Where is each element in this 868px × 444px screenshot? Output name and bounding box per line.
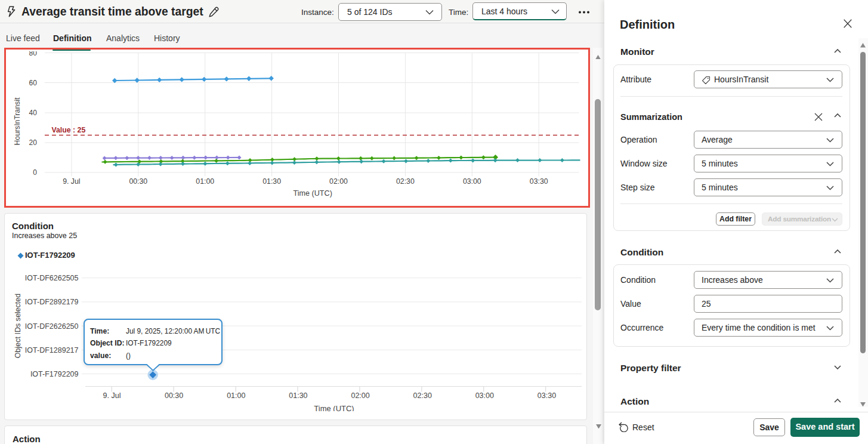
- svg-text:20: 20: [29, 138, 38, 147]
- svg-text:IOT-DF1289217: IOT-DF1289217: [25, 346, 79, 354]
- svg-text:Object IDs selected: Object IDs selected: [14, 293, 22, 357]
- svg-text:Value : 25: Value : 25: [52, 126, 86, 134]
- svg-text:9. Jul: 9. Jul: [63, 177, 80, 186]
- svg-text:02:30: 02:30: [396, 177, 415, 186]
- svg-text:Time (UTC): Time (UTC): [294, 189, 332, 198]
- svg-text:60: 60: [29, 79, 38, 87]
- svg-text:40: 40: [29, 109, 38, 117]
- svg-text:IOT-F1792209: IOT-F1792209: [30, 370, 79, 378]
- svg-text:03:30: 03:30: [530, 177, 548, 186]
- svg-text:03:00: 03:00: [463, 177, 481, 186]
- svg-text:01:00: 01:00: [196, 177, 214, 186]
- svg-text:01:30: 01:30: [262, 177, 281, 186]
- svg-text:Time (UTC): Time (UTC): [314, 404, 354, 411]
- svg-text:01:30: 01:30: [289, 391, 307, 400]
- svg-text:IOT-DF2892179: IOT-DF2892179: [25, 298, 79, 306]
- svg-text:9. Jul: 9. Jul: [103, 391, 121, 400]
- svg-text:03:00: 03:00: [475, 391, 494, 400]
- svg-text:03:30: 03:30: [538, 391, 556, 400]
- svg-text:01:00: 01:00: [227, 391, 245, 400]
- svg-text:00:30: 00:30: [129, 177, 147, 186]
- svg-text:IOT-DF6262505: IOT-DF6262505: [25, 274, 79, 282]
- svg-text:00:30: 00:30: [165, 391, 183, 400]
- svg-text:0: 0: [33, 168, 37, 177]
- svg-text:02:00: 02:00: [329, 177, 348, 186]
- svg-text:02:30: 02:30: [413, 391, 432, 400]
- svg-text:HoursInTransit: HoursInTransit: [13, 97, 21, 146]
- svg-text:IOT-DF2626250: IOT-DF2626250: [25, 322, 79, 330]
- svg-text:02:00: 02:00: [351, 391, 369, 400]
